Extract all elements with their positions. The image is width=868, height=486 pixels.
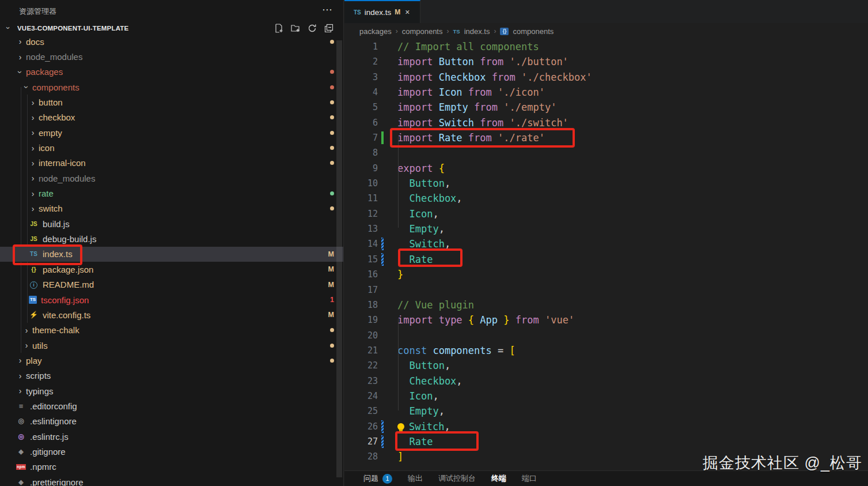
panel-tab-debug-console[interactable]: 调试控制台 (438, 473, 476, 484)
panel-tab-terminal[interactable]: 终端 (491, 473, 506, 484)
tree-item-icon[interactable]: ›icon (0, 140, 343, 155)
code-line-27[interactable]: 27 Rate (344, 434, 868, 449)
tree-item--eslintrc-js[interactable]: ◎.eslintrc.js (0, 429, 343, 444)
git-status-badge: M (328, 262, 334, 277)
tree-item-label: node_modules (26, 52, 82, 62)
tree-item-checkbox[interactable]: ›checkbox (0, 110, 343, 125)
tsbox-file-icon: TS (29, 296, 37, 304)
tree-item-vite-config-ts[interactable]: ⚡vite.config.tsM (0, 307, 343, 322)
tree-item-index-ts[interactable]: TSindex.tsM (0, 247, 343, 262)
code-line-6[interactable]: 6import Switch from './switch' (344, 115, 868, 130)
tree-item-label: button (39, 97, 63, 107)
sidebar-header: 资源管理器 ⋯ (0, 0, 343, 22)
code-line-23[interactable]: 23 Checkbox, (344, 374, 868, 389)
code-line-24[interactable]: 24 Icon, (344, 389, 868, 404)
tree-item-utils[interactable]: ›utils (0, 338, 343, 353)
code-line-26[interactable]: 26Switch, (344, 419, 868, 434)
code-line-11[interactable]: 11 Checkbox, (344, 191, 868, 206)
git-status-dot (330, 201, 334, 216)
code-line-16[interactable]: 16} (344, 267, 868, 282)
tree-item--editorconfig[interactable]: ≡.editorconfig (0, 398, 343, 413)
typescript-file-icon: TS (354, 9, 361, 16)
tree-item-typings[interactable]: ›typings (0, 383, 343, 398)
tree-item--npmrc[interactable]: npm.npmrc (0, 459, 343, 474)
breadcrumb-index-ts[interactable]: index.ts (464, 27, 490, 36)
tree-item-internal-icon[interactable]: ›internal-icon (0, 156, 343, 171)
tree-item-empty[interactable]: ›empty (0, 125, 343, 140)
new-file-icon[interactable] (274, 24, 283, 33)
collapse-all-icon[interactable] (324, 24, 333, 33)
tree-item-label: typings (26, 386, 54, 396)
tree-item--eslintignore[interactable]: ◎.eslintignore (0, 414, 343, 429)
tree-item-node-modules[interactable]: ›node_modules (0, 171, 343, 186)
tree-item-readme-md[interactable]: iREADME.mdM (0, 277, 343, 292)
tree-item-debug-build-js[interactable]: JSdebug-build.js (0, 231, 343, 246)
close-icon[interactable]: × (405, 7, 410, 17)
tree-item-theme-chalk[interactable]: ›theme-chalk (0, 323, 343, 338)
tree-item-switch[interactable]: ›switch (0, 201, 343, 216)
tree-item-scripts[interactable]: ›scripts (0, 368, 343, 383)
breadcrumb-packages[interactable]: packages (359, 27, 392, 36)
watermark-text: 掘金技术社区 @_松哥 (703, 453, 862, 473)
code-line-2[interactable]: 2import Button from './button' (344, 54, 868, 69)
line-number: 18 (344, 297, 378, 312)
chevron-down-icon: › (16, 68, 25, 76)
tree-item-button[interactable]: ›button (0, 95, 343, 110)
tree-item-label: play (26, 356, 42, 366)
lightbulb-icon[interactable] (397, 423, 404, 430)
breadcrumb-symbol-components[interactable]: components (513, 27, 554, 36)
tree-item-build-js[interactable]: JSbuild.js (0, 216, 343, 231)
git-status-dot (330, 125, 334, 140)
chevron-right-icon: › (29, 174, 37, 183)
line-number: 13 (344, 221, 378, 236)
code-editor[interactable]: 1// Import all components2import Button … (344, 39, 868, 465)
tree-item-node-modules[interactable]: ›node_modules (0, 49, 343, 64)
refresh-icon[interactable] (308, 24, 317, 33)
code-line-22[interactable]: 22 Button, (344, 358, 868, 373)
tab-index-ts[interactable]: TS index.ts M × (344, 0, 420, 23)
tree-item--gitignore[interactable]: ◆.gitignore (0, 444, 343, 459)
code-line-18[interactable]: 18// Vue plugin (344, 297, 868, 312)
breadcrumb-components[interactable]: components (402, 27, 443, 36)
code-line-21[interactable]: 21const components = [ (344, 343, 868, 358)
code-line-8[interactable]: 8 (344, 145, 868, 160)
code-line-3[interactable]: 3import Checkbox from './checkbox' (344, 70, 868, 85)
line-number: 20 (344, 328, 378, 343)
tree-item-play[interactable]: ›play (0, 353, 343, 368)
panel-tab-ports[interactable]: 端口 (522, 473, 537, 484)
tree-item-tsconfig-json[interactable]: TStsconfig.json1 (0, 292, 343, 307)
panel-tab-problems[interactable]: 问题 1 (363, 473, 392, 484)
more-actions-icon[interactable]: ⋯ (322, 3, 333, 16)
code-line-7[interactable]: 7import Rate from './rate' (344, 130, 868, 145)
tree-item-rate[interactable]: ›rate (0, 186, 343, 201)
new-folder-icon[interactable] (291, 24, 300, 33)
code-line-13[interactable]: 13 Empty, (344, 221, 868, 236)
code-line-17[interactable]: 17 (344, 282, 868, 297)
code-line-20[interactable]: 20 (344, 328, 868, 343)
tree-item-label: vite.config.ts (43, 310, 90, 320)
chevron-right-icon: › (494, 27, 496, 35)
code-line-9[interactable]: 9export { (344, 161, 868, 176)
tree-item-packages[interactable]: ›packages (0, 65, 343, 80)
code-line-14[interactable]: 14 Switch, (344, 236, 868, 251)
code-line-25[interactable]: 25 Empty, (344, 404, 868, 419)
tree-item--prettierignore[interactable]: ◆.prettierignore (0, 474, 343, 486)
code-line-5[interactable]: 5import Empty from './empty' (344, 100, 868, 115)
git-status-dot (330, 186, 334, 201)
tree-item-docs[interactable]: ›docs (0, 34, 343, 49)
code-line-10[interactable]: 10 Button, (344, 176, 868, 191)
code-line-1[interactable]: 1// Import all components (344, 39, 868, 54)
sidebar-scrollbar[interactable] (336, 40, 342, 477)
git-status-dot (330, 110, 334, 125)
panel-tab-output[interactable]: 输出 (408, 473, 423, 484)
tree-item-package-json[interactable]: {}package.jsonM (0, 262, 343, 277)
gutter-modified-indicator (381, 238, 384, 250)
code-line-19[interactable]: 19import type { App } from 'vue' (344, 312, 868, 327)
typescript-file-icon: TS (453, 28, 460, 35)
tree-item-components[interactable]: ›components (0, 80, 343, 95)
code-line-12[interactable]: 12 Icon, (344, 206, 868, 221)
code-line-15[interactable]: 15 Rate (344, 252, 868, 267)
tree-item-label: empty (39, 128, 62, 138)
npm-file-icon: npm (16, 464, 26, 470)
code-line-4[interactable]: 4import Icon from './icon' (344, 85, 868, 100)
